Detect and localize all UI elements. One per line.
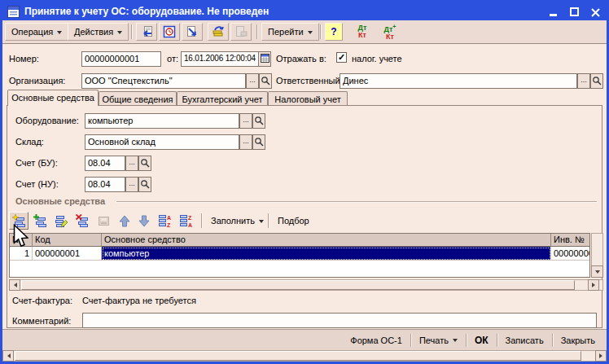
ellipsis-button[interactable]: ... xyxy=(246,73,259,89)
minimize-icon[interactable] xyxy=(546,6,559,17)
equipment-label: Оборудование: xyxy=(15,116,79,125)
scrollbar-thumb[interactable] xyxy=(15,351,581,361)
window-icon xyxy=(7,6,20,18)
invoice-label: Счет-фактура: xyxy=(12,296,72,305)
save-button[interactable]: Записать xyxy=(497,332,552,349)
movements-icon[interactable] xyxy=(208,23,229,41)
window-controls xyxy=(546,6,602,17)
account-nu-input[interactable]: 08.04 xyxy=(85,177,125,192)
toolbar-separator xyxy=(256,24,257,39)
delete-row-icon[interactable] xyxy=(72,212,92,230)
chevron-down-icon xyxy=(308,31,313,37)
column-header-asset[interactable]: Основное средство xyxy=(102,234,551,247)
svg-text:A: A xyxy=(188,222,192,228)
mouse-cursor xyxy=(13,224,28,248)
end-edit-icon[interactable] xyxy=(94,212,113,230)
number-input[interactable]: 00000000001 xyxy=(81,51,161,67)
main-toolbar: Операция Действия xyxy=(2,20,607,44)
chevron-down-icon xyxy=(259,220,264,226)
magnifier-icon[interactable] xyxy=(259,73,272,89)
magnifier-icon[interactable] xyxy=(252,134,265,150)
dtkt-tax-postings-button[interactable]: Дт+ Кт xyxy=(379,23,401,41)
post-icon[interactable] xyxy=(182,23,203,41)
ellipsis-button[interactable]: ... xyxy=(239,134,252,150)
ok-button[interactable]: ОК xyxy=(467,332,497,349)
assets-table: N Код Основное средство Инв. № 1 0000000… xyxy=(9,233,590,278)
sort-desc-icon[interactable]: Z A xyxy=(177,212,196,230)
tab-tax-accounting[interactable]: Налоговый учет xyxy=(268,91,348,106)
svg-text:Z: Z xyxy=(188,215,192,221)
ellipsis-button[interactable]: ... xyxy=(125,156,138,171)
magnifier-icon[interactable] xyxy=(138,177,151,192)
column-header-inv[interactable]: Инв. № xyxy=(551,234,589,247)
date-input[interactable]: 16.01.2006 12:00:04 xyxy=(181,51,259,67)
cell-n[interactable]: 1 xyxy=(10,247,33,261)
tab-accounting[interactable]: Бухгалтерский учет xyxy=(177,91,268,106)
magnifier-icon[interactable] xyxy=(252,113,265,129)
form-os1-button[interactable]: Форма ОС-1 xyxy=(342,332,410,349)
copy-row-icon[interactable] xyxy=(30,212,50,230)
ellipsis-button[interactable]: ... xyxy=(239,113,252,129)
number-label: Номер: xyxy=(9,54,39,64)
calendar-icon[interactable] xyxy=(258,51,271,67)
edit-row-icon[interactable] xyxy=(51,212,71,230)
close-button[interactable]: Закрыть xyxy=(553,332,603,349)
scroll-right-icon[interactable] xyxy=(588,279,599,291)
equipment-input[interactable]: компьютер xyxy=(85,113,239,129)
print-button[interactable]: Печать xyxy=(411,332,466,349)
set-time-icon[interactable] xyxy=(159,23,180,41)
chevron-down-icon xyxy=(117,31,122,37)
tax-checkbox[interactable] xyxy=(336,52,347,63)
close-icon[interactable] xyxy=(589,6,602,17)
sort-asc-icon[interactable]: A Z xyxy=(156,212,175,230)
window-title: Принятие к учету ОС: оборудование. Не пр… xyxy=(24,6,541,17)
dtkt-postings-button[interactable]: Дт Кт xyxy=(351,23,374,41)
pick-button[interactable]: Подбор xyxy=(273,212,314,230)
scroll-down-icon[interactable] xyxy=(591,265,603,278)
toolbar-separator xyxy=(320,24,321,39)
cell-code[interactable]: 000000001 xyxy=(33,247,102,261)
scrollbar-thumb[interactable] xyxy=(21,280,575,290)
actions-menu-button[interactable]: Действия xyxy=(68,23,129,41)
scroll-left-icon[interactable] xyxy=(2,350,14,362)
footer-button-bar: Форма ОС-1 Печать ОК Записать Закрыть xyxy=(2,329,607,350)
ellipsis-button[interactable]: ... xyxy=(125,177,138,192)
column-header-code[interactable]: Код xyxy=(33,234,102,247)
magnifier-icon[interactable] xyxy=(138,156,151,171)
title-bar: Принятие к учету ОС: оборудование. Не пр… xyxy=(2,2,607,20)
account-nu-label: Счет (НУ): xyxy=(15,179,59,189)
chevron-down-icon xyxy=(57,31,62,37)
comment-label: Комментарий: xyxy=(12,316,71,326)
fill-button[interactable]: Заполнить xyxy=(206,212,269,230)
warehouse-input[interactable]: Основной склад xyxy=(85,134,239,150)
reread-icon[interactable] xyxy=(136,23,157,41)
organization-label: Организация: xyxy=(9,76,65,86)
operation-menu-button[interactable]: Операция xyxy=(5,23,68,41)
help-icon[interactable]: ? xyxy=(325,23,343,41)
tax-checkbox-label: налог. учете xyxy=(352,54,402,64)
comment-input[interactable] xyxy=(82,313,597,328)
tab-general-info[interactable]: Общие сведения xyxy=(99,91,177,106)
move-up-icon[interactable] xyxy=(116,212,133,230)
scroll-right-icon[interactable] xyxy=(595,350,607,362)
ellipsis-button[interactable]: ... xyxy=(577,73,590,89)
tab-fixed-assets[interactable]: Основные средства xyxy=(7,90,99,106)
section-title: Основные средства xyxy=(15,196,105,206)
cell-asset-selected[interactable]: компьютер xyxy=(102,247,551,261)
goto-menu-button[interactable]: Перейти xyxy=(261,23,319,41)
move-down-icon[interactable] xyxy=(136,212,152,230)
organization-input[interactable]: ООО "Спецтекстиль" xyxy=(81,73,246,89)
responsible-input[interactable]: Динес xyxy=(340,73,577,89)
scroll-left-icon[interactable] xyxy=(9,279,20,291)
warehouse-label: Склад: xyxy=(15,137,44,147)
toolbar-separator xyxy=(131,24,132,39)
magnifier-icon[interactable] xyxy=(590,73,603,89)
account-bu-label: Счет (БУ): xyxy=(15,158,58,168)
invoice-status: Счет-фактура не требуется xyxy=(82,296,196,305)
clear-posting-icon[interactable] xyxy=(230,23,252,41)
maximize-icon[interactable] xyxy=(567,6,581,17)
svg-text:A: A xyxy=(167,215,171,221)
cell-inv[interactable]: 00000000 xyxy=(551,247,589,261)
account-bu-input[interactable]: 08.04 xyxy=(85,156,125,171)
document-window: Принятие к учету ОС: оборудование. Не пр… xyxy=(0,0,609,364)
